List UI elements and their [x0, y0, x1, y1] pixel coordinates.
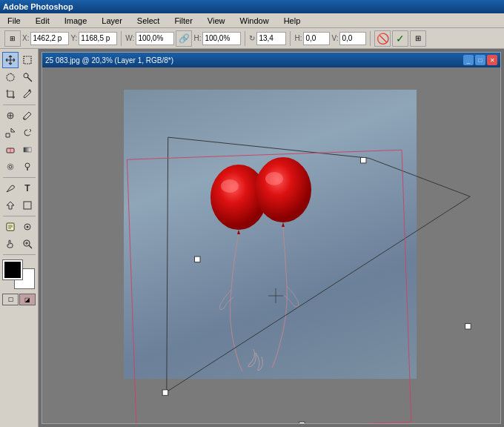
options-bar: ⊞ X: Y: W: 🔗 H: ↻ H: V: — [0, 28, 504, 49]
h-field: H: — [193, 32, 241, 45]
blur-tool[interactable] — [2, 159, 19, 175]
menu-filter[interactable]: Filter — [170, 15, 196, 27]
separator-1 — [121, 31, 122, 46]
pen-tool[interactable] — [2, 180, 19, 196]
svg-point-13 — [24, 118, 26, 120]
toolbox: T — [0, 49, 39, 427]
dodge-tool[interactable] — [19, 159, 36, 175]
svg-rect-16 — [24, 148, 31, 152]
move-tool[interactable] — [2, 52, 19, 68]
menu-view[interactable]: View — [203, 15, 230, 27]
reference-point-btn[interactable]: ⊞ — [4, 30, 21, 47]
shape-tool[interactable] — [19, 197, 36, 214]
app-title: Adobe Photoshop — [3, 2, 73, 11]
mode-box: ☐ ◪ — [2, 294, 36, 305]
title-bar: Adobe Photoshop — [0, 0, 504, 13]
cancel-transform-btn[interactable]: 🚫 — [374, 30, 391, 47]
h-label: H: — [193, 34, 201, 42]
svg-point-34 — [255, 157, 311, 222]
tool-row-2 — [2, 69, 36, 85]
marquee-rect-tool[interactable] — [19, 52, 36, 68]
tool-row-blur — [2, 159, 36, 175]
warp-btn[interactable]: ⊞ — [410, 30, 426, 47]
w-input[interactable] — [136, 32, 174, 45]
tool-separator-2 — [3, 177, 36, 178]
brush-tool[interactable] — [19, 107, 36, 124]
hand-tool[interactable] — [2, 236, 19, 252]
svg-point-35 — [265, 172, 283, 185]
crop-tool[interactable] — [2, 86, 19, 102]
v-skew-field: V: — [331, 32, 366, 45]
menu-layer[interactable]: Layer — [97, 15, 127, 27]
rotate-input[interactable] — [256, 32, 286, 45]
main-layout: T — [0, 49, 504, 427]
separator-4 — [370, 31, 371, 46]
svg-point-33 — [221, 179, 239, 193]
history-brush-tool[interactable] — [19, 125, 36, 141]
doc-maximize-btn[interactable]: □ — [475, 55, 485, 65]
separator-2 — [245, 31, 245, 46]
document-window: 25 083.jpg @ 20,3% (Layer 1, RGB/8*) _ □… — [42, 52, 501, 424]
document-title-bar: 25 083.jpg @ 20,3% (Layer 1, RGB/8*) _ □… — [42, 53, 500, 67]
h-input[interactable] — [202, 32, 241, 45]
tool-row-eraser — [2, 142, 36, 158]
v-skew-label: V: — [331, 34, 338, 42]
y-label: Y: — [70, 34, 77, 42]
canvas-area[interactable]: 25 083.jpg @ 20,3% (Layer 1, RGB/8*) _ □… — [39, 49, 504, 427]
eyedropper-tool[interactable] — [19, 86, 36, 102]
balloon-image — [124, 90, 417, 379]
menu-window[interactable]: Window — [236, 15, 273, 27]
document-content[interactable] — [42, 67, 500, 423]
svg-rect-0 — [24, 56, 31, 64]
transform-options-group: ⊞ X: Y: W: 🔗 H: ↻ H: V: — [3, 30, 428, 47]
menu-select[interactable]: Select — [133, 15, 165, 27]
svg-point-2 — [24, 73, 28, 78]
v-skew-input[interactable] — [339, 32, 366, 45]
svg-rect-42 — [465, 323, 471, 329]
separator-3 — [290, 31, 291, 46]
doc-minimize-btn[interactable]: _ — [463, 55, 474, 65]
tool-row-clone — [2, 125, 36, 141]
tool-row-1 — [2, 52, 36, 68]
menu-file[interactable]: File — [3, 15, 25, 27]
eyedropper2-tool[interactable] — [19, 219, 36, 235]
lasso-tool[interactable] — [2, 69, 19, 85]
zoom-tool[interactable] — [19, 236, 36, 252]
image-canvas — [124, 90, 417, 379]
x-label: X: — [22, 34, 29, 42]
notes-tool[interactable] — [2, 219, 19, 235]
commit-transform-btn[interactable]: ✓ — [392, 30, 408, 47]
y-input[interactable] — [79, 32, 117, 45]
x-input[interactable] — [30, 32, 69, 45]
svg-rect-40 — [162, 390, 168, 396]
menu-bar: File Edit Image Layer Select Filter View… — [0, 13, 504, 28]
h-skew-label: H: — [294, 34, 302, 42]
w-field: W: — [125, 32, 174, 45]
menu-image[interactable]: Image — [60, 15, 92, 27]
foreground-color[interactable] — [3, 260, 22, 279]
rotate-icon: ↻ — [249, 34, 255, 42]
quick-mask-btn[interactable]: ◪ — [19, 294, 36, 305]
svg-point-18 — [9, 165, 12, 168]
tool-separator-4 — [3, 254, 36, 255]
svg-rect-21 — [24, 202, 31, 209]
link-wh-btn[interactable]: 🔗 — [176, 30, 192, 47]
menu-help[interactable]: Help — [279, 15, 305, 27]
gradient-tool[interactable] — [19, 142, 36, 158]
svg-point-27 — [27, 226, 29, 228]
svg-point-19 — [25, 163, 30, 168]
color-box — [3, 260, 36, 288]
clone-tool[interactable] — [2, 125, 19, 141]
eraser-tool[interactable] — [2, 142, 19, 158]
magic-wand-tool[interactable] — [19, 69, 36, 85]
menu-edit[interactable]: Edit — [31, 15, 54, 27]
heal-tool[interactable] — [2, 107, 19, 124]
svg-point-9 — [29, 90, 31, 92]
tool-row-pen: T — [2, 180, 36, 196]
w-label: W: — [125, 34, 134, 42]
h-skew-input[interactable] — [303, 32, 330, 45]
doc-close-btn[interactable]: ✕ — [487, 55, 497, 65]
path-select-tool[interactable] — [2, 197, 19, 214]
text-tool[interactable]: T — [19, 180, 36, 196]
standard-mode-btn[interactable]: ☐ — [2, 294, 19, 305]
